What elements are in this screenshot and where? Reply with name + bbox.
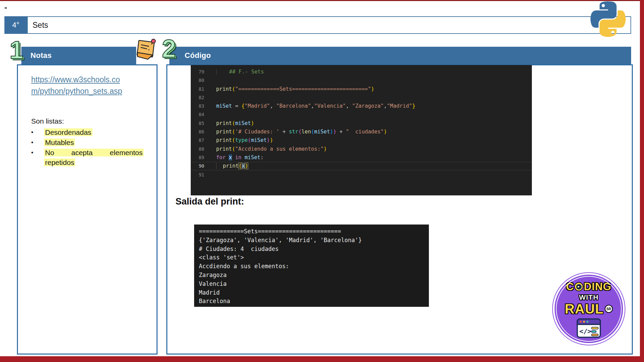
code-section-number: 2 [162,35,176,62]
code-line: 82 [191,93,532,102]
code-header-label: Código [185,51,211,60]
coding-with-raul-badge: C▶DING WITH RAUL SR </> [553,273,625,345]
code-line: 83miSet = {"Madrid", "Barcelona","Valenc… [191,102,532,110]
bullet-marker: • [31,148,44,167]
code-line: 88print("Accdiendo a sus elementos:") [191,145,532,153]
bullet-item: •Mutables [31,137,148,148]
line-number: 91 [191,172,204,177]
bullet-text: Mutables [44,137,144,148]
page-border-right [640,0,644,362]
code-line-text: print(x) [216,163,248,169]
code-line-text: ## F.- Sets [216,69,264,75]
code-line: 85print(miSet) [191,119,532,127]
code-line-text: print("=============Sets================… [216,86,374,92]
badge-raul-row: RAUL SR [565,301,613,317]
bullet-text: Noaceptaelementosrepetidos [44,148,144,167]
code-line-text: print(miSet) [216,120,254,126]
output-line: Madrid [199,289,424,297]
notes-bullets: •Desordenadas•Mutables•Noaceptaelementos… [31,127,148,167]
grade-badge: 4° [4,16,27,34]
line-number: 79 [191,69,204,74]
notes-header-bar: Notas [21,47,136,64]
output-line: Accdiendo a sus elementos: [199,262,424,271]
bullet-item: •Desordenadas [31,127,148,137]
notes-body: https://www.w3schools.co m/python/python… [31,74,148,167]
code-line-text: print("Accdiendo a sus elementos:") [216,146,327,152]
output-line: {'Zaragoza', 'Valencia', 'Madrid', 'Barc… [199,236,424,245]
line-number: 89 [191,155,204,160]
code-editor-lines: 7879 ## F.- Sets8081print("=============… [191,65,532,179]
code-line-text: for x in miSet: [216,154,264,161]
code-window-icon: </> [577,318,601,338]
page-border-bottom [0,356,644,362]
page-title-box: Sets [27,16,631,34]
code-line: 79 ## F.- Sets [191,67,532,76]
output-line: Zaragoza [199,271,424,280]
page-dash: - [4,3,7,12]
output-console: =============Sets=======================… [194,225,429,307]
code-line-text: miSet = {"Madrid", "Barcelona","Valencia… [216,103,415,109]
code-editor: 7879 ## F.- Sets8081print("=============… [191,65,532,195]
output-line: Valencia [199,280,424,289]
code-line: 87print(type(miSet)) [191,136,532,145]
bullet-text: Desordenadas [44,127,144,137]
notes-header-label: Notas [30,51,52,60]
line-number: 82 [191,95,204,100]
notes-intro: Son listas: [31,116,148,126]
bullet-marker: • [31,127,44,137]
w3schools-link-line1: https://www.w3schools.co [31,75,120,84]
code-line: 80 [191,76,532,85]
w3schools-link[interactable]: https://www.w3schools.co m/python/python… [31,74,148,97]
code-line: 90 print(x) [191,162,532,170]
svg-text:</>: </> [579,327,591,335]
salida-heading: Salida del print: [175,196,244,207]
line-number: 86 [191,129,204,134]
badge-coding-c: C [566,281,574,293]
line-number: 84 [191,112,204,117]
code-line: 81print("=============Sets==============… [191,85,532,93]
code-header-bar: Código [169,47,631,64]
badge-coding-rest: DING [584,281,611,293]
badge-with-text: WITH [579,293,599,301]
line-number: 90 [191,163,204,169]
badge-sr-seal: SR [605,305,613,313]
line-number: 78 [191,65,204,66]
page-border-top [0,0,644,1]
play-icon: ▶ [576,284,582,290]
bullet-marker: • [31,137,44,148]
output-line: =============Sets=======================… [199,227,424,236]
code-line: 78 [191,65,532,67]
code-line-text: print(type(miSet)) [216,137,273,143]
code-line: 86print('# Ciudades: ' + str(len(miSet))… [191,127,532,136]
line-number: 80 [191,78,204,83]
output-line: # Ciudades: 4 ciudades [199,245,424,254]
line-number: 85 [191,121,204,126]
bulb-icon: ▶ [574,282,583,291]
code-line: 91 [191,170,532,179]
line-number: 87 [191,137,204,143]
output-line: Barcelona [199,297,424,306]
line-number: 88 [191,146,204,152]
notes-section-number: 1 [9,37,23,64]
code-line: 89for x in miSet: [191,153,532,162]
line-number: 81 [191,86,204,92]
title-row: 4° Sets [4,16,631,34]
line-number: 83 [191,103,204,109]
w3schools-link-line2: m/python/python_sets.asp [31,87,122,95]
page-title: Sets [33,21,48,30]
badge-raul-text: RAUL [565,301,604,317]
code-line: 84 [191,110,532,119]
sticky-note-icon [135,37,157,61]
code-line-text: print('# Ciudades: ' + str(len(miSet)) +… [216,129,387,135]
python-logo-icon [585,1,631,45]
bullet-item: •Noaceptaelementosrepetidos [31,148,148,167]
badge-coding-text: C▶DING [566,281,611,293]
output-line: <class 'set'> [199,253,424,262]
